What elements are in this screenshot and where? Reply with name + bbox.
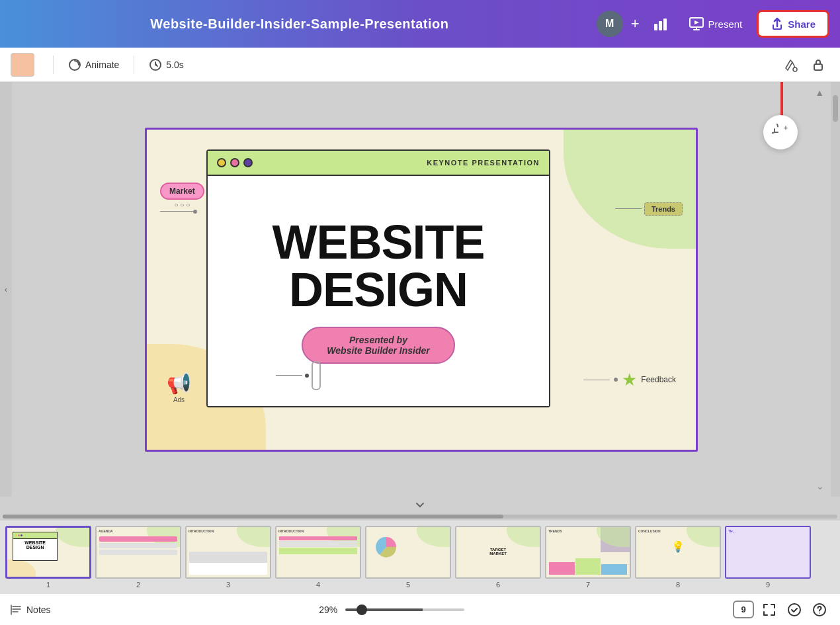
trends-bubble: Trends bbox=[644, 202, 683, 216]
browser-body: WEBSITE DESIGN Presented by Website Buil… bbox=[208, 176, 549, 406]
trends-annotation: Trends bbox=[615, 202, 683, 216]
thumb-num-7: 7 bbox=[586, 581, 590, 589]
thumb-img-2: AGENDA bbox=[95, 526, 181, 579]
help-button[interactable] bbox=[810, 600, 829, 620]
thumb-img-6: TARGETMARKET bbox=[455, 526, 541, 579]
notes-icon bbox=[11, 604, 22, 616]
thumbnail-3[interactable]: INTRODUCTION 3 bbox=[185, 526, 271, 589]
lock-button[interactable] bbox=[807, 54, 829, 76]
thumb-img-5 bbox=[365, 526, 451, 579]
thumbnail-1[interactable]: WEBSITEDESIGN 1 bbox=[5, 526, 91, 589]
help-icon bbox=[812, 603, 827, 617]
thumbnail-7[interactable]: TRENDS 7 bbox=[545, 526, 631, 589]
thumb-num-6: 6 bbox=[496, 581, 500, 589]
browser-dot-pink bbox=[230, 158, 239, 167]
svg-rect-0 bbox=[654, 24, 657, 30]
thumbnails-strip: WEBSITEDESIGN 1 AGENDA bbox=[0, 521, 840, 593]
presented-pill: Presented by Website Builder Insider bbox=[302, 327, 454, 364]
slide-main-title: WEBSITE DESIGN bbox=[272, 218, 484, 313]
svg-rect-2 bbox=[663, 19, 667, 30]
thumbnail-9[interactable]: TH... 9 bbox=[725, 526, 811, 589]
page-number[interactable]: 9 bbox=[733, 601, 754, 618]
title-line1: WEBSITE bbox=[272, 216, 484, 269]
duration-label: 5.0s bbox=[166, 60, 183, 70]
present-button[interactable]: Present bbox=[682, 12, 749, 36]
ai-refresh-button[interactable]: + bbox=[763, 115, 798, 149]
thumbnail-2[interactable]: AGENDA 2 bbox=[95, 526, 181, 589]
plus-button[interactable]: + bbox=[631, 15, 640, 32]
share-label: Share bbox=[788, 19, 816, 30]
main-area: ‹ ▲ KEYNOTE PRESENTATION bbox=[0, 82, 840, 497]
scroll-down-icon[interactable]: ⌄ bbox=[816, 481, 824, 491]
svg-point-16 bbox=[819, 612, 820, 614]
chart-icon-button[interactable] bbox=[648, 11, 674, 37]
share-icon bbox=[771, 17, 784, 30]
slide-content: KEYNOTE PRESENTATION WEBSITE DESIGN Pres… bbox=[147, 130, 696, 450]
slide-frame[interactable]: KEYNOTE PRESENTATION WEBSITE DESIGN Pres… bbox=[145, 128, 698, 452]
thumb-num-8: 8 bbox=[676, 581, 680, 589]
browser-dot-yellow bbox=[217, 158, 226, 167]
present-icon bbox=[689, 16, 704, 32]
paint-bucket-button[interactable] bbox=[779, 54, 802, 76]
market-annotation: Market ○ ○ ○ bbox=[160, 183, 204, 214]
bottom-panel: WEBSITEDESIGN 1 AGENDA bbox=[0, 497, 840, 625]
thumb-img-7: TRENDS bbox=[545, 526, 631, 579]
thumb-num-1: 1 bbox=[46, 581, 50, 589]
thumb-img-3: INTRODUCTION bbox=[185, 526, 271, 579]
toolbar-right bbox=[779, 54, 829, 76]
notes-button[interactable]: Notes bbox=[11, 604, 51, 616]
thumb-img-9: TH... bbox=[725, 526, 811, 579]
thumbnail-5[interactable]: 5 bbox=[365, 526, 451, 589]
right-scrollbar[interactable] bbox=[831, 82, 840, 497]
zoom-slider[interactable] bbox=[345, 608, 464, 611]
avatar[interactable]: M bbox=[597, 11, 623, 37]
h-scrollbar-thumb bbox=[3, 515, 503, 519]
left-panel-toggle[interactable]: ‹ bbox=[0, 82, 12, 497]
toolbar: Animate 5.0s bbox=[0, 48, 840, 82]
svg-line-8 bbox=[792, 62, 795, 67]
thumbnail-h-scrollbar[interactable] bbox=[0, 513, 840, 521]
bottom-right-buttons: 9 bbox=[733, 600, 829, 620]
header: Website-Builder-Insider-Sample-Presentat… bbox=[0, 0, 840, 48]
thumb-num-3: 3 bbox=[226, 581, 230, 589]
toolbar-divider-2 bbox=[134, 56, 134, 74]
green-blob-decoration bbox=[564, 130, 696, 249]
red-arrow-annotation bbox=[676, 82, 831, 156]
thumbnail-6[interactable]: TARGETMARKET 6 bbox=[455, 526, 541, 589]
share-button[interactable]: Share bbox=[757, 10, 829, 38]
thumb-num-2: 2 bbox=[136, 581, 140, 589]
svg-marker-4 bbox=[694, 21, 699, 24]
keynote-label: KEYNOTE PRESENTATION bbox=[427, 159, 540, 167]
fullscreen-button[interactable] bbox=[759, 600, 779, 620]
svg-point-7 bbox=[793, 67, 797, 71]
checkmark-button[interactable] bbox=[784, 600, 804, 620]
ads-annotation: 📢 Ads bbox=[167, 372, 191, 403]
duration-button[interactable]: 5.0s bbox=[142, 54, 190, 75]
fullscreen-icon bbox=[762, 603, 777, 617]
svg-point-14 bbox=[788, 604, 800, 616]
title-line2: DESIGN bbox=[289, 263, 468, 316]
browser-titlebar: KEYNOTE PRESENTATION bbox=[208, 151, 549, 176]
browser-frame: KEYNOTE PRESENTATION WEBSITE DESIGN Pres… bbox=[206, 149, 550, 407]
scroll-up-icon[interactable]: ▲ bbox=[815, 87, 824, 98]
presented-text: Presented by Website Builder Insider bbox=[327, 335, 429, 356]
toolbar-divider-1 bbox=[53, 56, 54, 74]
color-swatch[interactable] bbox=[11, 53, 34, 77]
thumb-img-4: INTRODUCTION bbox=[275, 526, 361, 579]
animate-label: Animate bbox=[85, 60, 119, 70]
feedback-annotation: ★ Feedback bbox=[583, 370, 676, 390]
thumb-img-1: WEBSITEDESIGN bbox=[5, 526, 91, 579]
chart-icon bbox=[651, 15, 670, 33]
lock-icon bbox=[811, 58, 825, 72]
zoom-section: 29% bbox=[58, 604, 726, 615]
expand-arrow[interactable] bbox=[0, 497, 840, 513]
animate-button[interactable]: Animate bbox=[62, 54, 126, 75]
thumb-num-9: 9 bbox=[766, 581, 770, 589]
thumbnail-8[interactable]: CONCLUSION 💡 8 bbox=[635, 526, 721, 589]
h-scrollbar-track bbox=[3, 515, 837, 519]
thumbnail-4[interactable]: INTRODUCTION 4 bbox=[275, 526, 361, 589]
svg-text:+: + bbox=[784, 124, 788, 132]
canvas-area[interactable]: ▲ KEYNOTE PRESENTATION WE bbox=[12, 82, 831, 497]
chevron-down-icon bbox=[414, 499, 426, 511]
feedback-label: Feedback bbox=[641, 375, 676, 384]
